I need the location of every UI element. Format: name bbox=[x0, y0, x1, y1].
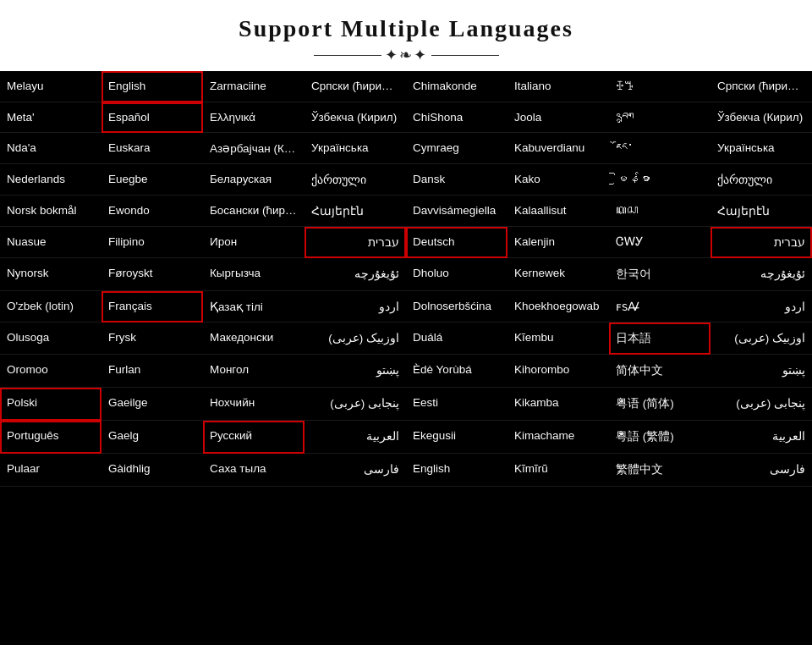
language-cell[interactable]: پنجابی (عربی) bbox=[710, 388, 812, 421]
language-cell[interactable]: پښتو bbox=[710, 355, 812, 388]
language-cell[interactable]: Joola bbox=[508, 102, 609, 133]
language-cell[interactable]: Kĩembu bbox=[508, 322, 609, 355]
language-cell[interactable]: 粤语 (简体) bbox=[609, 388, 710, 421]
language-cell[interactable]: Монгол bbox=[203, 355, 304, 388]
language-cell[interactable]: Français bbox=[102, 291, 203, 322]
language-cell[interactable]: ꔀꔤ bbox=[609, 71, 710, 102]
language-cell[interactable]: ChiShona bbox=[406, 102, 508, 133]
language-cell[interactable]: Zarmaciine bbox=[203, 71, 304, 102]
language-cell[interactable]: འབྲུག bbox=[609, 102, 710, 133]
language-cell[interactable]: Føroyskt bbox=[102, 258, 203, 291]
language-cell[interactable]: Khoekhoegowab bbox=[508, 291, 609, 322]
language-cell[interactable]: اردو bbox=[710, 291, 812, 322]
language-cell[interactable]: پښتو bbox=[304, 355, 406, 388]
language-cell[interactable]: עברית bbox=[304, 227, 406, 258]
language-cell[interactable]: Gàidhlig bbox=[102, 454, 203, 487]
language-cell[interactable]: Gaelg bbox=[102, 421, 203, 454]
language-cell[interactable]: العربية bbox=[304, 421, 406, 454]
language-cell[interactable]: Kalaallisut bbox=[508, 196, 609, 227]
language-cell[interactable]: Norsk bokmål bbox=[0, 196, 102, 227]
language-cell[interactable]: 简体中文 bbox=[609, 355, 710, 388]
language-cell[interactable]: မြန်မာ bbox=[609, 164, 710, 196]
language-cell[interactable]: ქართული bbox=[304, 164, 406, 196]
language-cell[interactable]: Furlan bbox=[102, 355, 203, 388]
language-cell[interactable]: اردو bbox=[304, 291, 406, 322]
language-cell[interactable]: Melayu bbox=[0, 71, 102, 102]
language-cell[interactable]: Gaeilge bbox=[102, 388, 203, 421]
language-cell[interactable]: Кыргызча bbox=[203, 258, 304, 291]
language-cell[interactable]: Davvisámegiella bbox=[406, 196, 508, 227]
language-cell[interactable]: Ўзбекча (Кирил) bbox=[710, 102, 812, 133]
language-cell[interactable]: Português bbox=[0, 421, 102, 454]
language-cell[interactable]: Kako bbox=[508, 164, 609, 196]
language-cell[interactable]: 日本語 bbox=[609, 322, 710, 355]
language-cell[interactable]: Frysk bbox=[102, 322, 203, 355]
language-cell[interactable]: ཇོང་ bbox=[609, 133, 710, 164]
language-cell[interactable]: اوزبيک (عربی) bbox=[304, 322, 406, 355]
language-cell[interactable]: Українська bbox=[304, 133, 406, 164]
language-cell[interactable]: English bbox=[406, 454, 508, 487]
language-cell[interactable]: Oromoo bbox=[0, 355, 102, 388]
language-cell[interactable]: Српски (ћирилица) bbox=[304, 71, 406, 102]
language-cell[interactable]: ئۇيغۇرچە bbox=[710, 258, 812, 291]
language-cell[interactable]: Kikamba bbox=[508, 388, 609, 421]
language-cell[interactable]: Kimachame bbox=[508, 421, 609, 454]
language-cell[interactable]: Nederlands bbox=[0, 164, 102, 196]
language-cell[interactable]: Euskara bbox=[102, 133, 203, 164]
language-cell[interactable]: Українська bbox=[710, 133, 812, 164]
language-cell[interactable]: Èdè Yorùbá bbox=[406, 355, 508, 388]
language-cell[interactable]: Հայերէն bbox=[710, 196, 812, 227]
language-cell[interactable]: Ирон bbox=[203, 227, 304, 258]
language-cell[interactable]: Русский bbox=[203, 421, 304, 454]
language-cell[interactable]: Ewondo bbox=[102, 196, 203, 227]
language-cell[interactable]: עברית bbox=[710, 227, 812, 258]
language-cell[interactable]: Dholuo bbox=[406, 258, 508, 291]
language-cell[interactable]: Азәрбајчан (Кирил) bbox=[203, 133, 304, 164]
language-cell[interactable]: Pulaar bbox=[0, 454, 102, 487]
language-cell[interactable]: Саха тыла bbox=[203, 454, 304, 487]
language-cell[interactable]: Cymraeg bbox=[406, 133, 508, 164]
language-cell[interactable]: Dansk bbox=[406, 164, 508, 196]
language-cell[interactable]: Kabuverdianu bbox=[508, 133, 609, 164]
language-cell[interactable]: 粵語 (繁體) bbox=[609, 421, 710, 454]
language-cell[interactable]: Deutsch bbox=[406, 227, 508, 258]
language-cell[interactable]: Ελληνικά bbox=[203, 102, 304, 133]
language-cell[interactable]: Nda'a bbox=[0, 133, 102, 164]
language-cell[interactable]: Nynorsk bbox=[0, 258, 102, 291]
language-cell[interactable]: العربية bbox=[710, 421, 812, 454]
language-cell[interactable]: Қазақ тілі bbox=[203, 291, 304, 322]
language-cell[interactable]: Српски (ћирилица) bbox=[710, 71, 812, 102]
language-cell[interactable]: Olusoga bbox=[0, 322, 102, 355]
language-cell[interactable]: Босански (ћирилица bbox=[203, 196, 304, 227]
language-cell[interactable]: Ekegusii bbox=[406, 421, 508, 454]
language-cell[interactable]: Italiano bbox=[508, 71, 609, 102]
language-cell[interactable]: Dolnoserbšćina bbox=[406, 291, 508, 322]
language-cell[interactable]: Kihorombo bbox=[508, 355, 609, 388]
language-cell[interactable]: Euegbe bbox=[102, 164, 203, 196]
language-cell[interactable]: Kernewek bbox=[508, 258, 609, 291]
language-cell[interactable]: Беларуская bbox=[203, 164, 304, 196]
language-cell[interactable]: Нохчийн bbox=[203, 388, 304, 421]
language-cell[interactable]: Polski bbox=[0, 388, 102, 421]
language-cell[interactable]: Ўзбекча (Кирил) bbox=[304, 102, 406, 133]
language-cell[interactable]: پنجابی (عربی) bbox=[304, 388, 406, 421]
language-cell[interactable]: ქართული bbox=[710, 164, 812, 196]
language-cell[interactable]: ꦏꦱ bbox=[609, 196, 710, 227]
language-cell[interactable]: Eesti bbox=[406, 388, 508, 421]
language-cell[interactable]: ئۇيغۇرچە bbox=[304, 258, 406, 291]
language-cell[interactable]: فارسی bbox=[710, 454, 812, 487]
language-cell[interactable]: 한국어 bbox=[609, 258, 710, 291]
language-cell[interactable]: Nuasue bbox=[0, 227, 102, 258]
language-cell[interactable]: Kalenjin bbox=[508, 227, 609, 258]
language-cell[interactable]: ᏣᎳᎩ bbox=[609, 227, 710, 258]
language-cell[interactable]: Duálá bbox=[406, 322, 508, 355]
language-cell[interactable]: Chimakonde bbox=[406, 71, 508, 102]
language-cell[interactable]: اوزبيک (عربی) bbox=[710, 322, 812, 355]
language-cell[interactable]: Meta' bbox=[0, 102, 102, 133]
language-cell[interactable]: Filipino bbox=[102, 227, 203, 258]
language-cell[interactable]: Español bbox=[102, 102, 203, 133]
language-cell[interactable]: ꜰꜱꜺ bbox=[609, 291, 710, 322]
language-cell[interactable]: O'zbek (lotin) bbox=[0, 291, 102, 322]
language-cell[interactable]: English bbox=[102, 71, 203, 102]
language-cell[interactable]: Հայերէն bbox=[304, 196, 406, 227]
